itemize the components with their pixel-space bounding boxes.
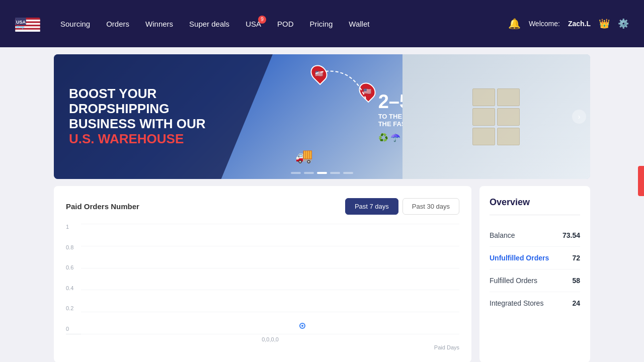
integrated-value: 24 bbox=[572, 299, 580, 307]
chart-header: Paid Orders Number Past 7 days Past 30 d… bbox=[66, 198, 459, 215]
y-label-04: 0.4 bbox=[66, 285, 73, 291]
overview-row-unfulfilled: Unfulfilled Orders 72 bbox=[490, 247, 580, 269]
balance-label: Balance bbox=[490, 231, 515, 239]
y-label-1: 1 bbox=[66, 224, 73, 230]
btn-30days[interactable]: Past 30 days bbox=[403, 198, 459, 215]
dot-5[interactable] bbox=[343, 172, 353, 174]
btn-7days[interactable]: Past 7 days bbox=[345, 198, 398, 215]
chart-y-labels: 1 0.8 0.6 0.4 0.2 0 bbox=[66, 224, 73, 334]
overview-panel: Overview Balance 73.54 Unfulfilled Order… bbox=[479, 186, 590, 362]
box-1 bbox=[472, 88, 495, 106]
grid-line-5 bbox=[81, 312, 459, 312]
banner-line1: BOOST YOUR bbox=[69, 86, 296, 102]
banner-line2: DROPSHIPPING bbox=[69, 102, 296, 117]
fulfilled-value: 58 bbox=[572, 277, 580, 285]
settings-icon[interactable]: ⚙️ bbox=[618, 18, 629, 29]
overview-title: Overview bbox=[490, 197, 580, 208]
navbar: USA drop Sourcing Orders Winners Super d… bbox=[0, 0, 644, 47]
x-labels: 0,0,0,0 bbox=[262, 336, 279, 342]
banner-highlight: U.S. WAREHOUSE bbox=[69, 132, 296, 147]
nav-pricing[interactable]: Pricing bbox=[309, 20, 333, 28]
svg-text:drop: drop bbox=[16, 25, 25, 29]
usa-badge: 9 bbox=[258, 16, 266, 24]
nav-sourcing[interactable]: Sourcing bbox=[60, 20, 90, 28]
nav-pod[interactable]: POD bbox=[277, 20, 294, 28]
username: Zach.L bbox=[568, 20, 591, 28]
banner-dots bbox=[291, 172, 353, 174]
box-4 bbox=[497, 108, 520, 126]
y-label-02: 0.2 bbox=[66, 305, 73, 311]
chart-x-labels: 0,0,0,0 bbox=[66, 336, 459, 342]
bell-icon[interactable]: 🔔 bbox=[508, 18, 521, 30]
dot-4[interactable] bbox=[330, 172, 340, 174]
logo-flag-svg: USA drop bbox=[15, 18, 40, 32]
nav-wallet[interactable]: Wallet bbox=[349, 20, 369, 28]
chart-buttons: Past 7 days Past 30 days bbox=[345, 198, 459, 215]
chart-grid bbox=[81, 224, 459, 334]
nav-winners[interactable]: Winners bbox=[145, 20, 173, 28]
overview-row-fulfilled: Fulfilled Orders 58 bbox=[490, 269, 580, 292]
overview-row-integrated: Integrated Stores 24 bbox=[490, 292, 580, 314]
overview-divider bbox=[490, 215, 580, 215]
grid-line-2 bbox=[81, 246, 459, 246]
box-5 bbox=[472, 128, 495, 145]
dot-2[interactable] bbox=[304, 172, 314, 174]
main-content: Paid Orders Number Past 7 days Past 30 d… bbox=[54, 186, 590, 362]
nav-orders[interactable]: Orders bbox=[106, 20, 129, 28]
banner-boxes bbox=[403, 54, 590, 179]
unfulfilled-label: Unfulfilled Orders bbox=[490, 254, 549, 262]
overview-row-balance: Balance 73.54 bbox=[490, 224, 580, 247]
y-label-08: 0.8 bbox=[66, 244, 73, 250]
umbrella-icon: ☂️ bbox=[390, 133, 400, 142]
sidebar-handle[interactable] bbox=[638, 166, 644, 196]
banner-container: BOOST YOUR DROPSHIPPING BUSINESS WITH OU… bbox=[54, 54, 590, 179]
route-svg bbox=[300, 63, 381, 114]
grid-line-6 bbox=[81, 334, 459, 334]
svg-rect-4 bbox=[15, 30, 40, 32]
y-label-0: 0 bbox=[66, 326, 73, 332]
banner: BOOST YOUR DROPSHIPPING BUSINESS WITH OU… bbox=[54, 54, 590, 179]
banner-next-arrow[interactable]: › bbox=[572, 110, 586, 124]
nav-super-deals[interactable]: Super deals bbox=[189, 20, 229, 28]
grid-line-3 bbox=[81, 268, 459, 268]
nav-links: Sourcing Orders Winners Super deals USA … bbox=[60, 20, 508, 28]
nav-usa-wrapper[interactable]: USA 9 bbox=[246, 20, 261, 28]
banner-overlay: BOOST YOUR DROPSHIPPING BUSINESS WITH OU… bbox=[54, 54, 311, 179]
unfulfilled-value: 72 bbox=[572, 254, 580, 262]
y-label-06: 0.6 bbox=[66, 264, 73, 270]
balance-value: 73.54 bbox=[562, 231, 580, 239]
banner-title: BOOST YOUR DROPSHIPPING BUSINESS WITH OU… bbox=[69, 86, 296, 147]
fulfilled-label: Fulfilled Orders bbox=[490, 277, 537, 285]
box-3 bbox=[472, 108, 495, 126]
integrated-label: Integrated Stores bbox=[490, 299, 543, 307]
chart-panel: Paid Orders Number Past 7 days Past 30 d… bbox=[54, 186, 471, 362]
truck-icon: 🚚 bbox=[295, 147, 313, 164]
navbar-right: 🔔 Welcome: Zach.L 👑 ⚙️ bbox=[508, 18, 629, 30]
grid-line-4 bbox=[81, 290, 459, 290]
grid-line-1 bbox=[81, 224, 459, 224]
chart-bottom-label: Paid Days bbox=[66, 344, 459, 350]
welcome-label: Welcome: bbox=[529, 20, 560, 28]
dot-1[interactable] bbox=[291, 172, 301, 174]
svg-text:USA: USA bbox=[16, 20, 26, 25]
chart-area: 1 0.8 0.6 0.4 0.2 0 bbox=[66, 224, 459, 334]
chart-title: Paid Orders Number bbox=[66, 202, 139, 211]
recycle-icon: ♻️ bbox=[378, 133, 388, 142]
logo[interactable]: USA drop bbox=[15, 16, 40, 32]
chart-data-point bbox=[300, 324, 304, 328]
crown-icon: 👑 bbox=[599, 18, 610, 29]
box-stack bbox=[472, 88, 520, 145]
box-6 bbox=[497, 128, 520, 145]
banner-line3: BUSINESS WITH OUR bbox=[69, 117, 296, 132]
dot-3[interactable] bbox=[317, 172, 327, 174]
box-2 bbox=[497, 88, 520, 106]
